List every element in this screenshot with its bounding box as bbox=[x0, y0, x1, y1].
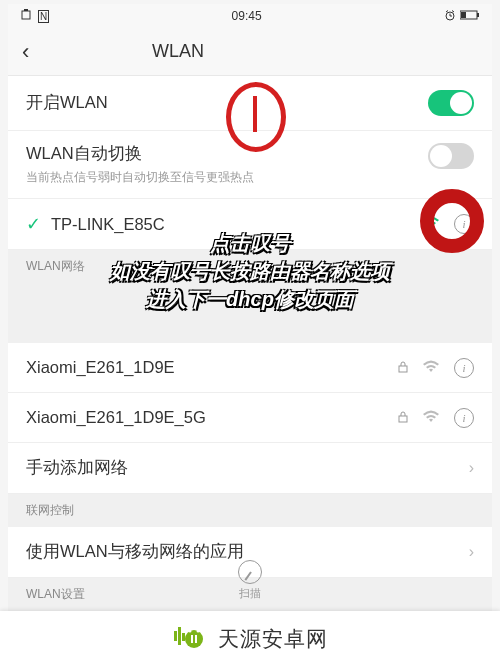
watermark: 天源安卓网 bbox=[0, 611, 500, 667]
svg-rect-16 bbox=[191, 635, 193, 643]
apps-using-label: 使用WLAN与移动网络的应用 bbox=[26, 541, 469, 563]
back-button[interactable]: ‹ bbox=[22, 39, 52, 65]
clock: 09:45 bbox=[232, 9, 262, 23]
section-networks: WLAN网络 bbox=[8, 250, 492, 283]
page-title: WLAN bbox=[52, 41, 478, 62]
connected-network-row[interactable]: ✓ TP-LINK_E85C i bbox=[8, 199, 492, 250]
status-bar: N 09:45 bbox=[8, 4, 492, 28]
svg-rect-10 bbox=[399, 366, 407, 372]
svg-rect-12 bbox=[174, 631, 177, 641]
wifi-signal-icon bbox=[422, 215, 440, 233]
info-icon[interactable]: i bbox=[454, 214, 474, 234]
svg-point-18 bbox=[189, 630, 192, 633]
wlan-enable-label: 开启WLAN bbox=[26, 92, 428, 114]
alarm-icon bbox=[444, 9, 456, 23]
network-name: Xiaomi_E261_1D9E_5G bbox=[26, 408, 398, 427]
manual-add-label: 手动添加网络 bbox=[26, 457, 469, 479]
apps-using-row[interactable]: 使用WLAN与移动网络的应用 › bbox=[8, 527, 492, 578]
lock-icon bbox=[398, 359, 408, 377]
svg-point-19 bbox=[197, 630, 200, 633]
svg-rect-9 bbox=[461, 12, 466, 18]
svg-rect-0 bbox=[22, 11, 30, 19]
svg-rect-17 bbox=[195, 635, 197, 643]
wifi-signal-icon bbox=[422, 409, 440, 427]
section-control: 联网控制 bbox=[8, 494, 492, 527]
chevron-right-icon: › bbox=[469, 543, 474, 561]
wifi-signal-icon bbox=[422, 359, 440, 377]
notification-icon-2: N bbox=[38, 10, 49, 23]
svg-rect-11 bbox=[399, 416, 407, 422]
svg-rect-1 bbox=[24, 9, 28, 11]
chevron-right-icon: › bbox=[469, 459, 474, 477]
svg-line-6 bbox=[452, 11, 454, 13]
svg-point-15 bbox=[185, 630, 203, 648]
svg-line-5 bbox=[446, 11, 448, 13]
network-row[interactable]: Xiaomi_E261_1D9E_5G i bbox=[8, 393, 492, 443]
svg-rect-14 bbox=[182, 633, 185, 641]
info-icon[interactable]: i bbox=[454, 408, 474, 428]
network-row[interactable]: Xiaomi_E261_1D9E i bbox=[8, 343, 492, 393]
connected-network-name: TP-LINK_E85C bbox=[51, 215, 422, 234]
watermark-text: 天源安卓网 bbox=[218, 625, 328, 653]
header: ‹ WLAN bbox=[8, 28, 492, 76]
auto-switch-sub: 当前热点信号弱时自动切换至信号更强热点 bbox=[26, 169, 428, 186]
manual-add-row[interactable]: 手动添加网络 › bbox=[8, 443, 492, 494]
auto-switch-toggle[interactable] bbox=[428, 143, 474, 169]
notification-icon-1 bbox=[20, 9, 32, 23]
watermark-logo-icon bbox=[172, 621, 208, 657]
svg-rect-8 bbox=[477, 13, 479, 17]
auto-switch-label: WLAN自动切换 bbox=[26, 143, 428, 165]
battery-icon bbox=[460, 10, 480, 22]
wlan-enable-row[interactable]: 开启WLAN bbox=[8, 76, 492, 131]
network-name: Xiaomi_E261_1D9E bbox=[26, 358, 398, 377]
lock-icon bbox=[398, 409, 408, 427]
wlan-toggle[interactable] bbox=[428, 90, 474, 116]
info-icon[interactable]: i bbox=[454, 358, 474, 378]
auto-switch-row[interactable]: WLAN自动切换 当前热点信号弱时自动切换至信号更强热点 bbox=[8, 131, 492, 199]
section-settings: WLAN设置 bbox=[8, 578, 492, 611]
check-icon: ✓ bbox=[26, 213, 41, 235]
svg-rect-13 bbox=[178, 627, 181, 645]
